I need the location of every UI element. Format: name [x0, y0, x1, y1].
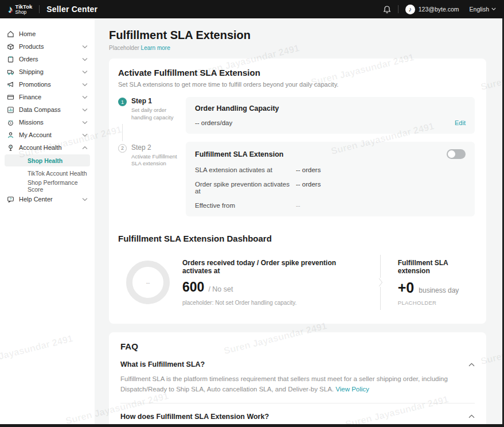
sidebar-subitem-label: TikTok Account Health [28, 170, 87, 177]
sla-extension-toggle[interactable] [447, 149, 466, 159]
learn-more-link[interactable]: Learn more [141, 45, 170, 51]
step-1-badge: 1 [118, 98, 127, 106]
sidebar-item-shop-performance-score[interactable]: Shop Performance Score [5, 180, 90, 192]
sidebar-item-label: Account Health [19, 144, 82, 151]
sla-extension-unit: business day [419, 286, 459, 294]
chevron-down-icon [82, 197, 88, 201]
sidebar-item-shop-health[interactable]: Shop Health [5, 154, 90, 166]
sidebar-item-data-compass[interactable]: Data Compass [0, 103, 95, 116]
home-icon [7, 30, 14, 38]
user-email[interactable]: 123@byte.com [419, 6, 459, 13]
faq-question-what-is-sla[interactable]: What is Fulfillment SLA? [120, 360, 475, 368]
orders-received-value: 600 [182, 280, 204, 295]
sla-row-value: -- orders [296, 166, 321, 173]
chevron-up-icon [82, 146, 88, 150]
faq-question-how-it-works[interactable]: How does Fulfillment SLA Extension Work? [120, 413, 475, 421]
dashboard-divider [378, 255, 383, 310]
user-avatar[interactable]: ♪ [405, 5, 415, 14]
chevron-down-icon [82, 70, 88, 74]
orders-icon [7, 56, 14, 63]
chevron-down-icon [82, 133, 88, 137]
sla-extension-value: +0 [398, 280, 415, 296]
step-1: 1 Step 1 Set daily order handling capaci… [118, 97, 186, 122]
sidebar-item-label: My Account [19, 131, 82, 138]
sla-row-label: SLA extension activates at [195, 166, 296, 173]
sla-row: SLA extension activates at -- orders [195, 166, 466, 173]
sidebar-nav: Home Products Orders Shipping Promotions… [0, 18, 95, 424]
language-selector[interactable]: English [470, 6, 496, 13]
notification-bell-icon[interactable] [383, 5, 391, 14]
sidebar-item-promotions[interactable]: Promotions [0, 78, 95, 91]
account-health-shield-icon [7, 144, 14, 152]
sla-extension-result-label: Fulfillment SLA extension [398, 259, 475, 275]
step-2-badge: 2 [118, 144, 127, 153]
sla-row-value: -- [296, 202, 300, 209]
view-policy-link[interactable]: View Policy [335, 386, 369, 393]
chevron-down-icon [82, 121, 88, 125]
sidebar-item-products[interactable]: Products [0, 40, 95, 53]
sidebar-item-label: Products [19, 43, 82, 50]
page-subtitle: Placeholder [109, 45, 139, 51]
sidebar-item-label: Promotions [19, 81, 82, 88]
sla-extension-card: Fulfillment SLA Extension SLA extension … [186, 142, 475, 216]
missions-icon [7, 119, 14, 126]
sidebar-item-label: Home [19, 30, 88, 37]
donut-value: -- [146, 280, 150, 286]
page-title: Fulfillment SLA Extension [109, 29, 486, 42]
chevron-down-icon [82, 95, 88, 99]
faq-divider [120, 403, 475, 403]
order-handling-capacity-card: Order Handling Capacity -- orders/day Ed… [186, 97, 475, 134]
faq-question-label: How does Fulfillment SLA Extension Work? [120, 413, 269, 421]
step-connector [122, 124, 123, 141]
seller-center-title: Seller Center [46, 5, 97, 14]
chevron-up-icon [468, 363, 475, 367]
my-account-person-icon [7, 131, 14, 139]
chevron-down-icon [82, 108, 88, 112]
edit-capacity-link[interactable]: Edit [455, 119, 466, 126]
sidebar-item-orders[interactable]: Orders [0, 53, 95, 65]
shipping-truck-icon [7, 68, 14, 76]
step-2-label: Step 2 [131, 143, 182, 152]
sidebar-item-finance[interactable]: Finance [0, 91, 95, 103]
app-window: ♪ TikTok Shop Seller Center ♪ 123@byte.c… [0, 0, 504, 427]
orders-threshold-value: / No set [208, 285, 233, 293]
capacity-card-title: Order Handling Capacity [195, 104, 466, 112]
sla-row: Effective from -- [195, 202, 466, 209]
chevron-up-icon [468, 414, 475, 418]
capacity-value: -- orders/day [195, 119, 232, 126]
sidebar-item-label: Missions [19, 119, 82, 126]
orders-donut-chart: -- [126, 261, 170, 304]
tiktok-shop-logo: TikTok Shop [15, 4, 33, 14]
sidebar-item-help-center[interactable]: Help Center [0, 193, 95, 205]
sidebar-subitem-label: Shop Health [28, 157, 62, 164]
main-content: Fulfillment SLA Extension Placeholder Le… [95, 18, 502, 424]
data-compass-chart-icon [7, 106, 14, 114]
promotions-megaphone-icon [7, 81, 14, 88]
chevron-down-icon [82, 45, 88, 49]
header-divider [398, 5, 398, 13]
orders-received-label: Orders received today / Order spike prev… [182, 259, 359, 275]
sidebar-item-label: Data Compass [19, 106, 82, 113]
chevron-right-icon [378, 278, 383, 287]
sla-extension-note: PLACHOLDER [398, 300, 475, 306]
sidebar-item-tiktok-account-health[interactable]: TikTok Account Health [5, 167, 90, 179]
step-1-label: Step 1 [131, 97, 182, 105]
sidebar-item-home[interactable]: Home [0, 28, 95, 40]
help-center-chat-icon [7, 196, 14, 203]
sidebar-item-my-account[interactable]: My Account [0, 129, 95, 141]
finance-card-icon [7, 94, 14, 101]
orders-placeholder-note: placeholder: Not set Order handling capa… [182, 300, 359, 306]
step-1-desc: Set daily order handling capacity [131, 107, 182, 122]
faq-answer-text: Fulfillment SLA is the platform timeline… [120, 375, 448, 393]
header-divider [39, 5, 40, 13]
sla-row-label: Effective from [195, 202, 296, 209]
sidebar-item-missions[interactable]: Missions [0, 116, 95, 129]
sidebar-item-label: Finance [19, 94, 82, 100]
chevron-down-icon [82, 57, 88, 61]
toggle-knob [448, 150, 455, 158]
sidebar-item-account-health[interactable]: Account Health [0, 141, 95, 154]
sidebar-item-shipping[interactable]: Shipping [0, 65, 95, 78]
sla-row-value: -- orders [296, 181, 321, 195]
dashboard-row: -- Orders received today / Order spike p… [118, 255, 475, 310]
activate-description: Set SLA extensions to get more time to f… [118, 81, 475, 88]
